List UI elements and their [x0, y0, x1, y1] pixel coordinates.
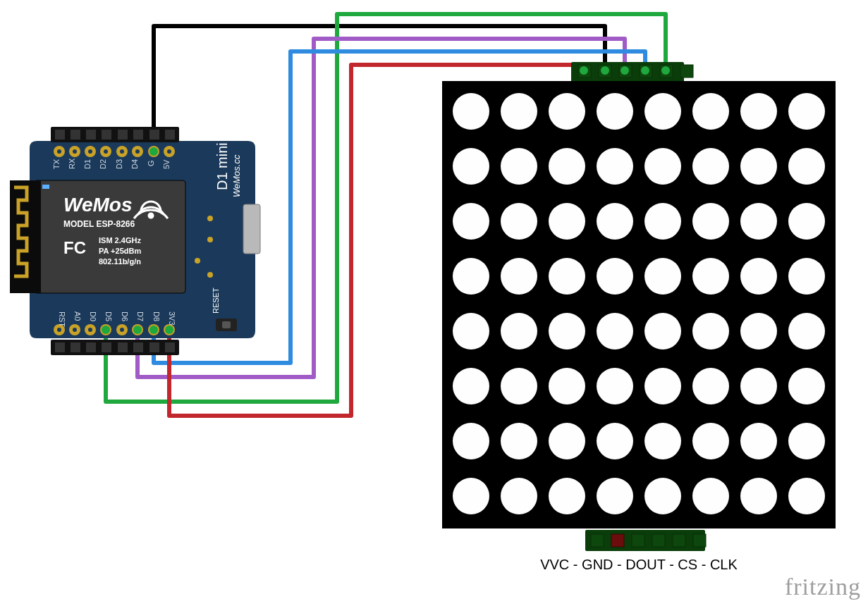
led-dot	[740, 478, 777, 514]
svg-rect-66	[133, 342, 143, 352]
led-dot	[453, 478, 489, 514]
svg-point-52	[57, 328, 61, 332]
led-dot	[740, 203, 777, 240]
svg-rect-97	[632, 534, 644, 547]
svg-point-79	[133, 326, 142, 334]
svg-rect-30	[86, 130, 96, 140]
led-dot	[597, 258, 633, 295]
svg-point-21	[88, 149, 92, 154]
led-dot	[644, 148, 681, 185]
led-dot	[549, 423, 585, 459]
svg-rect-34	[149, 130, 159, 140]
svg-point-78	[102, 326, 110, 334]
led-dot	[501, 93, 537, 130]
led-dot	[597, 423, 633, 459]
svg-text:5V: 5V	[162, 159, 171, 169]
led-dot	[453, 423, 489, 459]
svg-point-22	[104, 149, 108, 154]
led-matrix-module	[442, 62, 836, 551]
led-dot	[644, 313, 681, 350]
board-name: D1 mini	[214, 142, 230, 190]
board-url: WeMos.cc	[231, 154, 242, 197]
led-dot	[549, 368, 585, 404]
led-dot	[692, 93, 729, 130]
led-dot	[740, 368, 777, 404]
wifi-std-label: 802.11b/g/n	[99, 257, 141, 266]
svg-text:D0: D0	[89, 311, 97, 321]
svg-rect-65	[118, 342, 128, 352]
svg-rect-35	[165, 130, 175, 140]
led-dot	[692, 148, 729, 185]
svg-text:RST: RST	[58, 311, 66, 327]
ism-label: ISM 2.4GHz	[99, 236, 141, 245]
led-dot	[692, 368, 729, 404]
svg-point-54	[88, 328, 92, 332]
wemos-d1-mini: RESET WeMos MODEL ESP-8266 FC ISM 2.4GHz…	[10, 127, 260, 355]
led-dot	[788, 368, 825, 404]
svg-rect-27	[51, 127, 179, 142]
svg-rect-33	[133, 130, 143, 140]
svg-rect-68	[165, 342, 175, 352]
led-dot	[788, 313, 825, 350]
led-dot	[501, 203, 537, 240]
svg-point-90	[580, 66, 588, 75]
svg-point-23	[120, 149, 124, 154]
led-dot	[597, 368, 633, 404]
led-dot	[788, 258, 825, 295]
led-dot	[453, 258, 489, 295]
led-dot	[549, 258, 585, 295]
svg-rect-64	[102, 342, 111, 352]
svg-text:D4: D4	[130, 159, 139, 169]
model-label: MODEL ESP-8266	[63, 219, 135, 229]
led-dot	[597, 148, 633, 185]
pa-label: PA +25dBm	[99, 247, 141, 255]
svg-text:D2: D2	[99, 159, 107, 169]
svg-rect-29	[71, 130, 80, 140]
svg-point-26	[167, 149, 171, 154]
led-dot	[501, 423, 537, 459]
led-dot	[740, 258, 777, 295]
matrix-output-pins-label: VVC - GND - DOUT - CS - CLK	[442, 557, 836, 573]
svg-rect-101	[442, 81, 836, 528]
led-dot	[788, 203, 825, 240]
svg-rect-67	[149, 342, 159, 352]
fritzing-branding: fritzing	[785, 574, 861, 600]
svg-rect-61	[55, 342, 65, 352]
led-dot	[692, 423, 729, 459]
led-dot	[740, 313, 777, 350]
svg-text:A0: A0	[73, 311, 82, 321]
led-dot	[740, 423, 777, 459]
led-dot	[453, 93, 489, 130]
led-dot	[644, 258, 681, 295]
svg-point-7	[207, 216, 213, 221]
led-dot	[453, 313, 489, 350]
svg-point-10	[195, 258, 200, 264]
svg-point-20	[73, 149, 77, 154]
svg-point-19	[57, 149, 61, 154]
led-dot	[692, 203, 729, 240]
led-dot	[501, 148, 537, 185]
svg-point-8	[207, 237, 213, 242]
led-dot	[549, 203, 585, 240]
led-dot	[597, 93, 633, 130]
led-dot	[644, 203, 681, 240]
svg-text:D1: D1	[83, 159, 92, 169]
led-dot	[501, 478, 537, 514]
svg-text:RX: RX	[68, 158, 76, 169]
svg-rect-100	[693, 534, 706, 547]
svg-rect-28	[55, 130, 65, 140]
svg-point-80	[149, 326, 158, 334]
svg-point-24	[135, 149, 140, 154]
led-dot	[501, 258, 537, 295]
reset-label: RESET	[212, 287, 220, 314]
led-dot	[692, 478, 729, 514]
svg-point-9	[207, 272, 213, 278]
svg-point-81	[165, 326, 173, 334]
svg-rect-89	[680, 65, 693, 78]
led-dot	[453, 368, 489, 404]
svg-rect-32	[118, 130, 128, 140]
led-dot	[644, 93, 681, 130]
led-dot	[788, 93, 825, 130]
svg-text:G: G	[147, 160, 155, 166]
svg-rect-0	[243, 204, 260, 254]
